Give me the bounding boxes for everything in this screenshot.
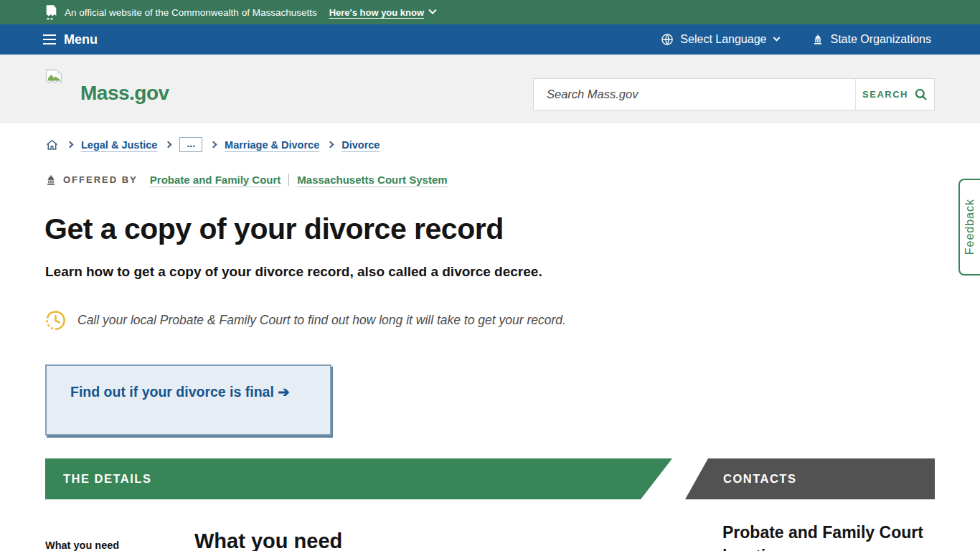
massgov-logo-broken-image-icon [45,69,63,88]
massgov-logo-text: Mass.gov [80,82,169,105]
site-search: SEARCH [533,78,935,110]
breadcrumb-collapsed[interactable]: ... [179,137,202,152]
main-nav: Menu Select Language State Organizations [0,24,980,55]
home-icon[interactable] [45,138,59,151]
page-title: Get a copy of your divorce record [44,212,504,246]
divider [288,174,289,186]
the-details-banner: THE DETAILS [45,458,672,499]
processing-time-note: Call your local Probate & Family Court t… [44,309,566,331]
chevron-right-icon [327,141,334,149]
massgov-logo[interactable]: Mass.gov [45,69,169,105]
official-banner: An official website of the Commonwealth … [0,0,980,24]
breadcrumb-marriage-divorce[interactable]: Marriage & Divorce [225,139,319,151]
globe-icon [661,33,674,46]
org-link-mass-court-system[interactable]: Massachusetts Court System [297,174,447,186]
offered-by-label: OFFERED BY [63,174,138,185]
org-link-probate-family-court[interactable]: Probate and Family Court [150,174,281,186]
contacts-heading: Probate and Family Court locations [722,521,938,551]
arrow-right-icon: ➔ [278,384,289,400]
state-seal-broken-image-icon [45,5,57,20]
chevron-down-icon [428,6,436,14]
hamburger-icon [43,34,56,45]
search-icon [914,88,928,101]
select-language-button[interactable]: Select Language [661,33,779,46]
official-banner-text: An official website of the Commonwealth … [65,7,317,18]
note-text: Call your local Probate & Family Court t… [77,313,566,328]
chevron-right-icon [165,141,172,149]
divorce-final-cta[interactable]: Find out if your divorce is final ➔ [45,364,331,435]
chevron-down-icon [773,34,781,41]
state-house-icon [45,174,57,186]
toc-item-what-you-need[interactable]: What you need [45,540,119,551]
state-house-icon [812,34,824,45]
menu-button[interactable]: Menu [43,32,98,47]
search-input[interactable] [534,79,855,110]
breadcrumb-legal-justice[interactable]: Legal & Justice [81,139,157,151]
breadcrumb-divorce[interactable]: Divorce [341,139,380,151]
offered-by-row: OFFERED BY Probate and Family Court Mass… [45,174,448,186]
chevron-right-icon [210,141,217,149]
feedback-tab[interactable]: Feedback [958,179,980,276]
details-banner-label: THE DETAILS [63,472,151,486]
page-subtitle: Learn how to get a copy of your divorce … [45,264,542,280]
contacts-banner: CONTACTS [685,458,935,499]
chevron-right-icon [67,141,74,149]
contacts-banner-label: CONTACTS [723,472,796,486]
clock-icon [44,309,67,331]
what-you-need-heading: What you need [194,529,342,551]
heres-how-you-know-toggle[interactable]: Here's how you know [329,7,435,18]
search-button[interactable]: SEARCH [855,79,934,110]
site-header: Mass.gov SEARCH [0,55,980,123]
state-organizations-link[interactable]: State Organizations [812,33,931,46]
breadcrumb: Legal & Justice ... Marriage & Divorce D… [45,137,380,152]
